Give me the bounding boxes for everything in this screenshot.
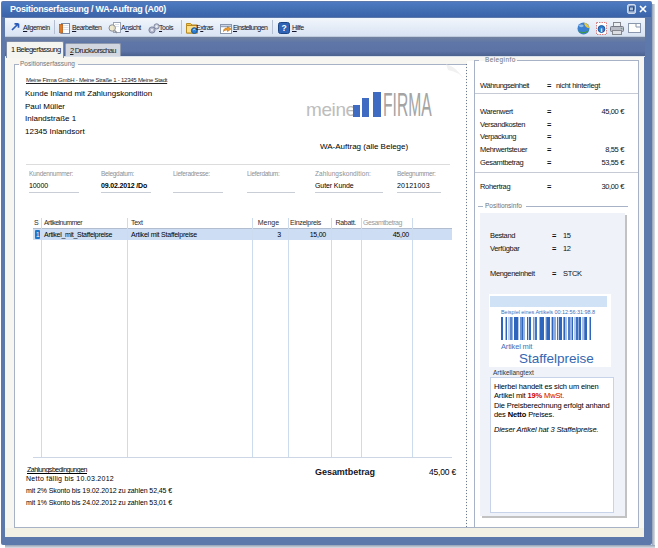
svg-text:?: ? xyxy=(281,23,286,33)
svg-text:i: i xyxy=(601,26,603,33)
